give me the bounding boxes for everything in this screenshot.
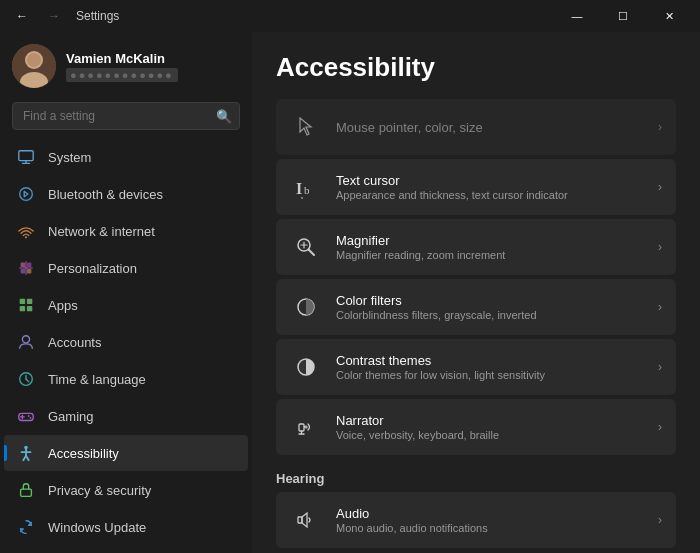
mouse-pointer-text: Mouse pointer, color, size — [336, 120, 644, 135]
profile-section[interactable]: Vamien McKalin ●●●●●●●●●●●● — [0, 32, 252, 98]
avatar — [12, 44, 56, 88]
sidebar-label-accounts: Accounts — [48, 335, 236, 350]
svg-rect-15 — [20, 306, 25, 311]
contrast-themes-subtitle: Color themes for low vision, light sensi… — [336, 369, 644, 381]
mouse-pointer-icon — [290, 111, 322, 143]
back-button[interactable]: ← — [8, 2, 36, 30]
color-filters-chevron: › — [658, 300, 662, 314]
minimize-button[interactable]: — — [554, 0, 600, 32]
contrast-themes-icon — [290, 351, 322, 383]
window-controls: — ☐ ✕ — [554, 0, 692, 32]
contrast-themes-text: Contrast themes Color themes for low vis… — [336, 353, 644, 381]
sidebar-label-time: Time & language — [48, 372, 236, 387]
svg-line-36 — [309, 250, 315, 256]
audio-chevron: › — [658, 513, 662, 527]
forward-button[interactable]: → — [40, 2, 68, 30]
audio-title: Audio — [336, 506, 644, 521]
svg-rect-4 — [19, 151, 33, 161]
system-icon — [16, 147, 36, 167]
sidebar-label-bluetooth: Bluetooth & devices — [48, 187, 236, 202]
color-filters-text: Color filters Colorblindness filters, gr… — [336, 293, 644, 321]
mouse-pointer-chevron: › — [658, 120, 662, 134]
sidebar-item-personalization[interactable]: Personalization — [4, 250, 248, 286]
sidebar-item-accessibility[interactable]: Accessibility — [4, 435, 248, 471]
bluetooth-icon — [16, 184, 36, 204]
sidebar-label-network: Network & internet — [48, 224, 236, 239]
profile-name: Vamien McKalin — [66, 51, 178, 66]
contrast-themes-chevron: › — [658, 360, 662, 374]
personalization-icon — [16, 258, 36, 278]
sidebar-label-accessibility: Accessibility — [48, 446, 236, 461]
sidebar-item-gaming[interactable]: Gaming — [4, 398, 248, 434]
sidebar-item-accounts[interactable]: Accounts — [4, 324, 248, 360]
svg-point-25 — [30, 417, 32, 419]
svg-point-7 — [20, 188, 33, 201]
avatar-image — [12, 44, 56, 88]
maximize-button[interactable]: ☐ — [600, 0, 646, 32]
sidebar-item-privacy[interactable]: Privacy & security — [4, 472, 248, 508]
text-cursor-title: Text cursor — [336, 173, 644, 188]
narrator-text: Narrator Voice, verbosity, keyboard, bra… — [336, 413, 644, 441]
settings-item-color-filters[interactable]: Color filters Colorblindness filters, gr… — [276, 279, 676, 335]
settings-item-contrast-themes[interactable]: Contrast themes Color themes for low vis… — [276, 339, 676, 395]
sidebar-item-system[interactable]: System — [4, 139, 248, 175]
audio-icon — [290, 504, 322, 536]
apps-icon — [16, 295, 36, 315]
audio-text: Audio Mono audio, audio notifications — [336, 506, 644, 534]
settings-item-narrator[interactable]: Narrator Voice, verbosity, keyboard, bra… — [276, 399, 676, 455]
svg-rect-11 — [21, 269, 26, 274]
accessibility-icon — [16, 443, 36, 463]
network-icon — [16, 221, 36, 241]
narrator-chevron: › — [658, 420, 662, 434]
sidebar-item-network[interactable]: Network & internet — [4, 213, 248, 249]
search-input[interactable] — [12, 102, 240, 130]
svg-line-30 — [26, 456, 29, 461]
sidebar-label-update: Windows Update — [48, 520, 236, 535]
svg-text:b: b — [304, 184, 310, 196]
text-cursor-subtitle: Appearance and thickness, text cursor in… — [336, 189, 644, 201]
hearing-section-label: Hearing — [276, 459, 676, 492]
settings-item-text-cursor[interactable]: I b Text cursor Appearance and thickness… — [276, 159, 676, 215]
window-title: Settings — [76, 9, 119, 23]
text-cursor-text: Text cursor Appearance and thickness, te… — [336, 173, 644, 201]
mouse-pointer-title: Mouse pointer, color, size — [336, 120, 644, 135]
app-body: Vamien McKalin ●●●●●●●●●●●● 🔍 System — [0, 32, 700, 553]
narrator-icon — [290, 411, 322, 443]
svg-point-24 — [28, 415, 30, 417]
settings-item-magnifier[interactable]: Magnifier Magnifier reading, zoom increm… — [276, 219, 676, 275]
sidebar-label-privacy: Privacy & security — [48, 483, 236, 498]
sidebar-item-update[interactable]: Windows Update — [4, 509, 248, 545]
content-area: Accessibility Mouse pointer, color, size… — [252, 32, 700, 553]
svg-point-8 — [25, 236, 27, 238]
accounts-icon — [16, 332, 36, 352]
text-cursor-icon: I b — [290, 171, 322, 203]
narrator-title: Narrator — [336, 413, 644, 428]
title-bar-nav: ← → — [8, 2, 68, 30]
svg-point-3 — [27, 53, 41, 67]
profile-email: ●●●●●●●●●●●● — [66, 68, 178, 82]
sidebar-item-apps[interactable]: Apps — [4, 287, 248, 323]
color-filters-icon — [290, 291, 322, 323]
settings-item-audio[interactable]: Audio Mono audio, audio notifications › — [276, 492, 676, 548]
svg-point-17 — [22, 336, 29, 343]
privacy-icon — [16, 480, 36, 500]
sidebar-nav: System Bluetooth & devices — [0, 138, 252, 546]
svg-rect-14 — [27, 299, 32, 304]
title-bar: ← → Settings — ☐ ✕ — [0, 0, 700, 32]
svg-rect-13 — [20, 299, 25, 304]
audio-subtitle: Mono audio, audio notifications — [336, 522, 644, 534]
content-inner: Accessibility Mouse pointer, color, size… — [252, 32, 700, 553]
settings-item-mouse-pointer[interactable]: Mouse pointer, color, size › — [276, 99, 676, 155]
sidebar-label-system: System — [48, 150, 236, 165]
title-bar-left: ← → Settings — [8, 2, 119, 30]
time-icon — [16, 369, 36, 389]
sidebar-item-time[interactable]: Time & language — [4, 361, 248, 397]
svg-text:I: I — [296, 180, 302, 197]
svg-rect-41 — [299, 424, 304, 431]
sidebar: Vamien McKalin ●●●●●●●●●●●● 🔍 System — [0, 32, 252, 553]
magnifier-subtitle: Magnifier reading, zoom increment — [336, 249, 644, 261]
profile-info: Vamien McKalin ●●●●●●●●●●●● — [66, 51, 178, 82]
close-button[interactable]: ✕ — [646, 0, 692, 32]
sidebar-label-personalization: Personalization — [48, 261, 236, 276]
sidebar-item-bluetooth[interactable]: Bluetooth & devices — [4, 176, 248, 212]
